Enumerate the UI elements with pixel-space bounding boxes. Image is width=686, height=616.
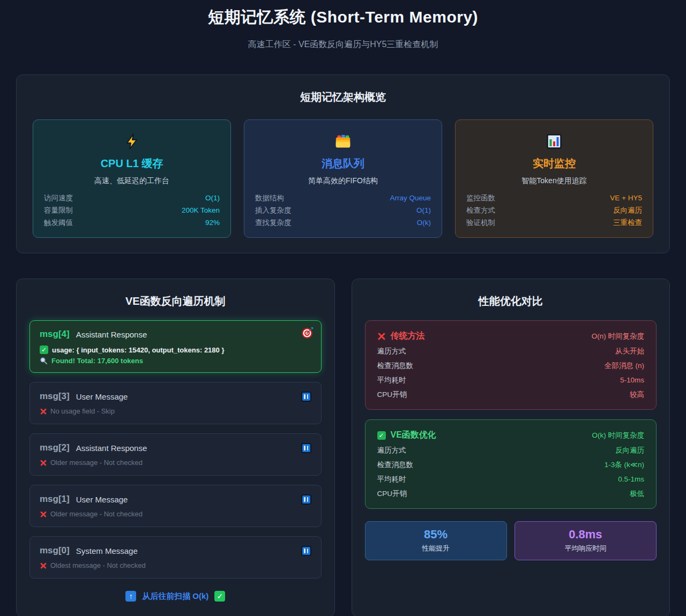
bar-chart-icon <box>466 132 642 151</box>
scan-footer: ↑ 从后往前扫描 O(k) ✓ <box>29 591 322 602</box>
stat-label: 访问速度 <box>44 194 73 202</box>
stat-row: 插入复杂度 O(1) <box>255 207 431 214</box>
card-index-folder-icon <box>255 132 431 151</box>
result-value: 85% <box>371 528 501 542</box>
stat-value: 较高 <box>630 390 644 400</box>
message-type: User Message <box>76 392 128 401</box>
stat-label: 验证机制 <box>466 219 495 227</box>
stat-value: O(1) <box>416 207 431 214</box>
stat-row: 验证机制 三重检查 <box>466 219 642 227</box>
stat-value: 全部消息 (n) <box>605 361 644 371</box>
pause-icon <box>301 546 311 556</box>
complexity-label: O(k) 时间复杂度 <box>592 431 645 440</box>
stat-value: 从头开始 <box>615 347 644 356</box>
arch-card-realtime-monitor: 实时监控 智能Token使用追踪 监控函数 VE + HY5 检查方式 反向遍历… <box>455 119 653 238</box>
message-note: Older message - Not checked <box>40 510 311 518</box>
message-type: System Message <box>76 546 138 555</box>
stat-label: 检查方式 <box>466 207 495 214</box>
check-icon: ✓ <box>214 591 225 602</box>
stat-row: 检查消息数 全部消息 (n) <box>377 361 645 371</box>
arch-card-message-queue: 消息队列 简单高效的FIFO结构 数据结构 Array Queue 插入复杂度 … <box>244 119 442 238</box>
message-found-card: msg[4] Assistant Response ✓ usage: { inp… <box>29 320 322 373</box>
stat-label: 数据结构 <box>255 194 284 202</box>
stat-value: 0.5-1ms <box>618 475 644 484</box>
arch-card-cpu-cache: CPU L1 缓存 高速、低延迟的工作台 访问速度 O(1) 容量限制 200K… <box>33 119 231 238</box>
message-id: msg[4] <box>40 329 70 340</box>
arch-card-desc: 智能Token使用追踪 <box>466 176 642 186</box>
check-icon: ✓ <box>40 345 48 354</box>
arch-card-stats: 数据结构 Array Queue 插入复杂度 O(1) 查找复杂度 O(k) <box>255 194 431 227</box>
stat-value: 三重检查 <box>613 219 642 227</box>
message-row: msg[0] System Message Oldest message - N… <box>29 536 322 579</box>
message-note: No usage field - Skip <box>40 407 311 415</box>
panel-header: 传统方法 O(n) 时间复杂度 <box>377 330 645 342</box>
comparison-card: 性能优化对比 传统方法 O(n) 时间复杂度 遍历方式 从头开始 检查消息数 全… <box>352 279 670 616</box>
stat-label: 触发阈值 <box>44 219 73 227</box>
stat-label: 平均耗时 <box>377 375 406 385</box>
stat-label: CPU开销 <box>377 489 407 499</box>
cross-icon <box>40 459 47 466</box>
stat-value: 200K Token <box>182 207 220 214</box>
stat-row: 平均耗时 0.5-1ms <box>377 475 645 484</box>
stat-row: CPU开销 极低 <box>377 489 645 499</box>
panel-title-text: VE函数优化 <box>391 430 436 441</box>
message-header: msg[0] System Message <box>40 545 311 556</box>
stat-label: 遍历方式 <box>377 347 406 356</box>
stat-row: CPU开销 较高 <box>377 390 645 400</box>
stat-label: 监控函数 <box>466 194 495 202</box>
stat-value: 92% <box>205 219 220 227</box>
stat-label: 平均耗时 <box>377 475 406 484</box>
stat-value: Array Queue <box>390 194 431 202</box>
stat-row: 遍历方式 从头开始 <box>377 347 645 356</box>
result-label: 平均响应时间 <box>520 544 651 553</box>
stat-value: 反向遍历 <box>615 446 644 455</box>
arch-card-title: 消息队列 <box>255 156 431 171</box>
stat-row: 查找复杂度 O(k) <box>255 219 431 227</box>
bottom-section: VE函数反向遍历机制 msg[4] Assistant Response ✓ <box>16 279 670 616</box>
avg-response-box: 0.8ms 平均响应时间 <box>514 521 657 560</box>
page-header: 短期记忆系统 (Short-Term Memory) 高速工作区 - VE函数反… <box>0 0 686 50</box>
stat-row: 访问速度 O(1) <box>44 194 220 202</box>
stat-label: 查找复杂度 <box>255 219 292 227</box>
complexity-label: O(n) 时间复杂度 <box>592 332 644 341</box>
magnifier-icon <box>40 357 48 365</box>
note-text: Oldest message - Not checked <box>50 561 146 569</box>
panel-rows: 遍历方式 从头开始 检查消息数 全部消息 (n) 平均耗时 5-10ms CPU… <box>377 347 645 400</box>
message-header: msg[1] User Message <box>40 494 311 505</box>
traditional-method-panel: 传统方法 O(n) 时间复杂度 遍历方式 从头开始 检查消息数 全部消息 (n)… <box>365 320 657 410</box>
message-note: Older message - Not checked <box>40 459 311 467</box>
message-type: Assistant Response <box>76 444 147 453</box>
architecture-grid: CPU L1 缓存 高速、低延迟的工作台 访问速度 O(1) 容量限制 200K… <box>33 119 653 238</box>
panel-title-text: 传统方法 <box>391 330 425 342</box>
message-id: msg[2] <box>40 442 70 453</box>
arch-card-desc: 简单高效的FIFO结构 <box>255 176 431 186</box>
stat-row: 触发阈值 92% <box>44 219 220 227</box>
stat-row: 检查消息数 1-3条 (k≪n) <box>377 460 645 470</box>
pause-icon <box>301 494 311 505</box>
note-text: Older message - Not checked <box>50 510 143 518</box>
message-note: Oldest message - Not checked <box>40 561 311 569</box>
stat-row: 遍历方式 反向遍历 <box>377 446 645 455</box>
cross-icon <box>40 408 47 415</box>
message-type: Assistant Response <box>76 330 147 339</box>
stat-label: 检查消息数 <box>377 361 414 371</box>
usage-text: usage: { input_tokens: 15420, output_tok… <box>52 346 224 354</box>
arch-card-stats: 监控函数 VE + HY5 检查方式 反向遍历 验证机制 三重检查 <box>466 194 642 227</box>
stat-value: 1-3条 (k≪n) <box>605 460 644 470</box>
message-header: msg[4] Assistant Response <box>40 329 311 340</box>
panel-header: ✓ VE函数优化 O(k) 时间复杂度 <box>377 430 645 441</box>
stat-label: 遍历方式 <box>377 446 406 455</box>
stat-value: 5-10ms <box>620 375 644 385</box>
found-line: Found! Total: 17,600 tokens <box>40 357 311 365</box>
cross-icon <box>40 562 47 569</box>
performance-gain-box: 85% 性能提升 <box>365 521 507 560</box>
page-subtitle: 高速工作区 - VE函数反向遍历与HY5三重检查机制 <box>0 39 686 50</box>
message-row: msg[2] Assistant Response Older message … <box>29 433 322 476</box>
stat-value: VE + HY5 <box>610 194 642 202</box>
stat-value: 反向遍历 <box>613 207 642 214</box>
result-label: 性能提升 <box>371 544 501 553</box>
arch-card-desc: 高速、低延迟的工作台 <box>44 176 220 186</box>
result-stats: 85% 性能提升 0.8ms 平均响应时间 <box>365 521 657 560</box>
stat-value: O(1) <box>205 194 220 202</box>
message-id: msg[1] <box>40 494 70 505</box>
